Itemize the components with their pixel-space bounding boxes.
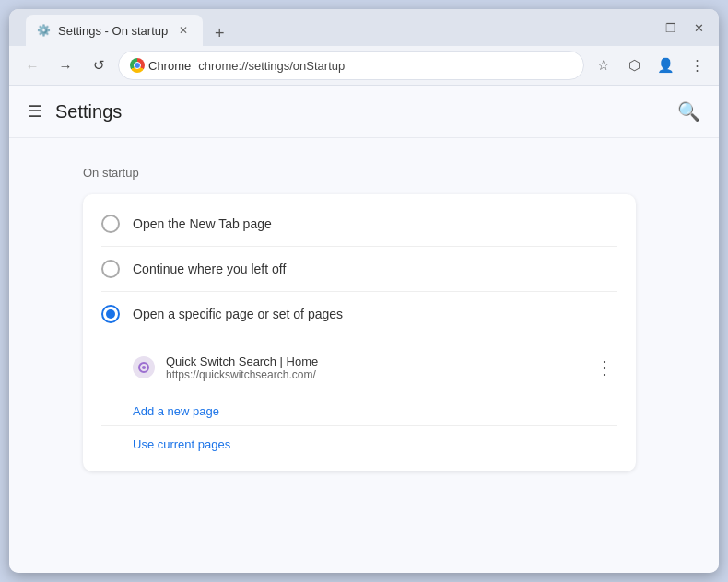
chrome-icon bbox=[130, 58, 145, 73]
radio-continue[interactable] bbox=[101, 260, 120, 278]
profile-button[interactable]: 👤 bbox=[652, 52, 678, 78]
page-entry: Quick Switch Search | Home https://quick… bbox=[133, 345, 617, 390]
settings-header: ☰ Settings 🔍 bbox=[9, 86, 719, 138]
option-continue[interactable]: Continue where you left off bbox=[83, 247, 636, 291]
chrome-label: Chrome bbox=[148, 59, 191, 73]
options-card: Open the New Tab page Continue where you… bbox=[83, 194, 636, 471]
title-bar: ⚙️ Settings - On startup ✕ + — ❐ ✕ bbox=[9, 9, 719, 46]
radio-specific[interactable] bbox=[101, 305, 120, 323]
address-bar[interactable]: Chrome chrome://settings/onStartup bbox=[118, 51, 584, 80]
radio-new-tab[interactable] bbox=[101, 215, 120, 233]
new-tab-button[interactable]: + bbox=[206, 20, 232, 46]
url-text[interactable]: chrome://settings/onStartup bbox=[198, 59, 572, 73]
option-continue-label: Continue where you left off bbox=[133, 262, 286, 276]
chrome-logo-wrap: Chrome bbox=[130, 58, 191, 73]
refresh-button[interactable]: ↺ bbox=[85, 52, 112, 79]
close-button[interactable]: ✕ bbox=[686, 15, 711, 41]
option-specific[interactable]: Open a specific page or set of pages bbox=[83, 292, 636, 336]
page-entry-section: Quick Switch Search | Home https://quick… bbox=[83, 336, 636, 395]
settings-area: ☰ Settings 🔍 JC On startup Open the New … bbox=[9, 86, 719, 573]
option-new-tab[interactable]: Open the New Tab page bbox=[83, 202, 636, 246]
option-specific-label: Open a specific page or set of pages bbox=[133, 307, 343, 321]
back-button[interactable]: ← bbox=[18, 52, 46, 79]
option-new-tab-label: Open the New Tab page bbox=[133, 216, 272, 231]
maximize-button[interactable]: ❐ bbox=[658, 15, 684, 41]
address-bar-row: ← → ↺ Chrome chrome://settings/onStartup… bbox=[9, 46, 719, 86]
on-startup-section: On startup Open the New Tab page Continu… bbox=[83, 166, 645, 471]
section-label: On startup bbox=[83, 166, 645, 180]
page-more-button[interactable]: ⋮ bbox=[592, 353, 617, 382]
page-url: https://quickswitchsearch.com/ bbox=[166, 368, 581, 381]
use-current-link[interactable]: Use current pages bbox=[83, 430, 249, 464]
browser-window: ⚙️ Settings - On startup ✕ + — ❐ ✕ ← → ↺… bbox=[9, 9, 719, 573]
divider-3 bbox=[101, 425, 617, 426]
settings-content: JC On startup Open the New Tab page bbox=[9, 138, 719, 573]
radio-specific-inner bbox=[106, 309, 115, 319]
page-favicon bbox=[133, 356, 155, 378]
tab-title: Settings - On startup bbox=[58, 24, 168, 38]
settings-favicon: ⚙️ bbox=[37, 24, 51, 37]
add-page-link[interactable]: Add a new page bbox=[83, 395, 238, 422]
minimize-button[interactable]: — bbox=[630, 15, 656, 41]
settings-title: Settings bbox=[55, 101, 122, 122]
window-controls-right: — ❐ ✕ bbox=[630, 15, 711, 41]
active-tab[interactable]: ⚙️ Settings - On startup ✕ bbox=[26, 15, 203, 46]
page-info: Quick Switch Search | Home https://quick… bbox=[166, 355, 581, 381]
forward-button[interactable]: → bbox=[52, 52, 79, 79]
settings-search-icon[interactable]: 🔍 bbox=[677, 100, 700, 122]
menu-button[interactable]: ⋮ bbox=[684, 52, 710, 78]
extensions-button[interactable]: ⬡ bbox=[621, 52, 647, 78]
hamburger-icon[interactable]: ☰ bbox=[28, 101, 42, 122]
svg-point-2 bbox=[142, 366, 146, 369]
tab-bar: ⚙️ Settings - On startup ✕ + bbox=[22, 9, 625, 46]
page-name: Quick Switch Search | Home bbox=[166, 355, 581, 368]
close-tab-button[interactable]: ✕ bbox=[175, 22, 192, 39]
settings-header-left: ☰ Settings bbox=[28, 101, 122, 122]
bookmark-button[interactable]: ☆ bbox=[590, 52, 616, 78]
